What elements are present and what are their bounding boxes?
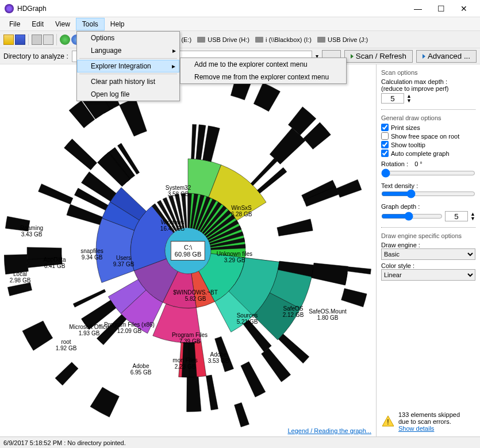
sunburst-segment[interactable] xyxy=(341,288,367,307)
rotation-slider[interactable] xyxy=(381,169,475,178)
legend-link[interactable]: Legend / Reading the graph... xyxy=(287,427,371,434)
minimize-button[interactable]: — xyxy=(406,1,429,17)
drive-button[interactable]: USB Drive (H:) xyxy=(195,35,252,44)
sunburst-segment[interactable] xyxy=(254,82,280,111)
sunburst-segment[interactable] xyxy=(241,361,266,397)
lbl-print-sizes: Print sizes xyxy=(391,124,475,131)
sunburst-segment[interactable] xyxy=(120,98,147,136)
drive-label: USB Drive (J:) xyxy=(328,36,368,43)
dd-explorer-label: Explorer Integration xyxy=(91,62,151,70)
cb-auto-complete[interactable] xyxy=(381,150,389,157)
draw-options-group: General draw options Print sizes Show fr… xyxy=(381,114,475,228)
spinner-icon[interactable]: ▲▼ xyxy=(406,94,412,103)
warning-icon: ! xyxy=(381,415,395,428)
preview-icon[interactable] xyxy=(43,35,53,45)
drive-button[interactable]: i (\\Blackbox) (I:) xyxy=(253,35,314,44)
sunburst-segment[interactable] xyxy=(278,334,309,363)
warn-link[interactable]: Show details xyxy=(398,425,434,432)
sunburst-segment[interactable] xyxy=(277,219,313,236)
path-label: Directory to analyze : xyxy=(3,52,68,60)
calc-depth-label: Calculation max depth : (reduce to impro… xyxy=(381,78,475,92)
dd-add-context[interactable]: Add me to the explorer context menu xyxy=(181,58,346,71)
chevron-right-icon: ▸ xyxy=(172,47,176,55)
drive-icon xyxy=(197,37,205,43)
graph-depth-input[interactable] xyxy=(445,211,468,221)
drive-icon xyxy=(317,37,325,43)
status-text: 6/9/2017 5:18:52 PM : No directory point… xyxy=(3,439,126,446)
graph-area[interactable]: C:\ 60.98 GB Windows16.43 GBUsers9.37 GB… xyxy=(0,64,377,436)
spinner-icon[interactable]: ▲▼ xyxy=(470,212,475,221)
scan-options-title: Scan options xyxy=(381,69,475,76)
dd-language[interactable]: Language▸ xyxy=(77,44,179,57)
drive-label: USB Drive (H:) xyxy=(208,36,249,43)
drive-icon xyxy=(255,37,263,43)
sunburst-segment[interactable] xyxy=(5,216,30,231)
sunburst-segment[interactable] xyxy=(39,183,73,204)
sunburst-segment[interactable] xyxy=(55,362,78,385)
refresh-icon[interactable] xyxy=(60,35,70,45)
dd-clear-path[interactable]: Clear path history list xyxy=(77,75,179,88)
engine-title: Draw engine specific options xyxy=(381,232,475,239)
warning-box: ! 133 elements skipped due to scan error… xyxy=(381,411,475,432)
text-density-label: Text density : xyxy=(381,182,475,189)
sunburst-segment[interactable] xyxy=(215,336,234,372)
lbl-auto-complete: Auto complete graph xyxy=(391,150,475,157)
sunburst-segment[interactable] xyxy=(187,377,201,412)
sunburst-segment[interactable] xyxy=(203,125,220,161)
rotation-value: 0 ° xyxy=(414,160,423,167)
engine-group: Draw engine specific options Draw engine… xyxy=(381,232,475,285)
dd-open-log[interactable]: Open log file xyxy=(77,88,179,101)
sunburst-segment[interactable] xyxy=(262,348,291,382)
statusbar: 6/9/2017 5:18:52 PM : No directory point… xyxy=(0,436,480,448)
save-icon[interactable] xyxy=(15,35,25,45)
graph-depth-slider[interactable] xyxy=(381,212,443,221)
menu-help[interactable]: Help xyxy=(105,18,130,30)
cb-show-tooltip[interactable] xyxy=(381,141,389,148)
menu-view[interactable]: View xyxy=(49,18,76,30)
sunburst-segment[interactable] xyxy=(22,320,53,350)
cb-show-free[interactable] xyxy=(381,132,389,140)
sunburst-segment[interactable] xyxy=(348,266,371,274)
menu-file[interactable]: File xyxy=(3,18,26,30)
sunburst-segment[interactable] xyxy=(7,282,32,296)
sunburst-segment[interactable] xyxy=(90,387,119,417)
cb-print-sizes[interactable] xyxy=(381,124,389,131)
print-icon[interactable] xyxy=(32,35,42,45)
lbl-show-free: Show free space on root xyxy=(391,133,475,140)
advanced-button[interactable]: Advanced ... xyxy=(416,50,477,63)
maximize-button[interactable]: ☐ xyxy=(429,1,452,17)
open-icon[interactable] xyxy=(3,35,14,45)
dd-explorer-integration[interactable]: Explorer Integration▸ xyxy=(77,60,179,72)
sunburst-segment[interactable] xyxy=(235,403,249,427)
color-style-select[interactable]: Linear xyxy=(381,269,475,281)
center-size: 60.98 GB xyxy=(175,251,201,258)
menu-edit[interactable]: Edit xyxy=(26,18,49,30)
dd-options[interactable]: Options xyxy=(77,32,179,44)
sunburst-segment[interactable] xyxy=(64,139,97,170)
sunburst-segment[interactable] xyxy=(191,124,197,159)
sunburst-segment[interactable] xyxy=(336,179,362,197)
scan-button[interactable]: Scan / Refresh xyxy=(344,50,413,63)
sunburst-segment[interactable] xyxy=(4,254,28,274)
tools-dropdown: Options Language▸ Explorer Integration▸ … xyxy=(76,31,180,101)
draw-engine-select[interactable]: Basic xyxy=(381,248,475,260)
graph-depth-label: Graph depth : xyxy=(381,203,475,210)
color-style-label: Color style : xyxy=(381,262,475,269)
sunburst-segment[interactable] xyxy=(312,263,348,285)
close-button[interactable]: ✕ xyxy=(452,1,475,17)
calc-depth-input[interactable] xyxy=(381,93,404,104)
dd-remove-context[interactable]: Remove me from the explorer context menu xyxy=(181,71,346,83)
menu-tools[interactable]: Tools xyxy=(76,18,105,30)
sunburst-segment[interactable] xyxy=(67,204,102,225)
drive-button[interactable]: USB Drive (J:) xyxy=(315,35,370,44)
sunburst-segment[interactable] xyxy=(27,257,62,267)
sunburst-segment[interactable] xyxy=(206,375,218,410)
titlebar: HDGraph — ☐ ✕ xyxy=(0,0,480,17)
menubar: File Edit View Tools Help xyxy=(0,17,480,31)
text-density-slider[interactable] xyxy=(381,189,475,198)
sunburst-segment[interactable] xyxy=(258,167,287,193)
scan-arrow-icon xyxy=(351,54,354,59)
sunburst-segment[interactable] xyxy=(73,289,106,307)
sunburst-segment[interactable] xyxy=(153,304,201,343)
chevron-right-icon: ▸ xyxy=(172,62,175,70)
